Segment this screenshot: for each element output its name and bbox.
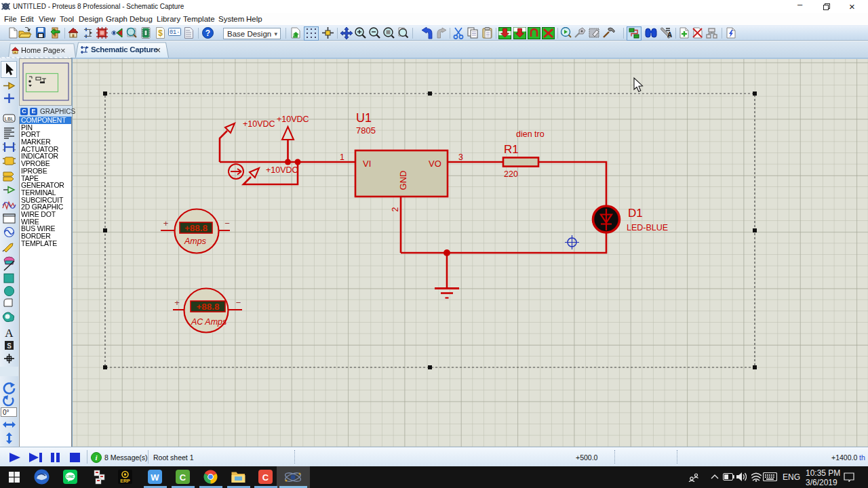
svg-text:U1: U1	[356, 111, 372, 125]
svg-text:S: S	[7, 342, 12, 350]
svg-text:+88.8: +88.8	[184, 223, 208, 233]
svg-text:LED-BLUE: LED-BLUE	[627, 223, 668, 232]
svg-text:?: ?	[205, 28, 210, 38]
svg-text:LBL: LBL	[5, 116, 14, 122]
svg-text:+10VDC: +10VDC	[266, 165, 298, 175]
svg-text:A: A	[5, 327, 14, 340]
svg-text:C: C	[262, 472, 269, 483]
svg-text:3: 3	[458, 152, 463, 162]
svg-text:+: +	[163, 218, 169, 228]
svg-text:01··: 01··	[170, 29, 181, 36]
svg-text:D1: D1	[628, 207, 643, 220]
svg-text:$: $	[158, 28, 163, 38]
svg-text:+88.8: +88.8	[196, 302, 220, 312]
svg-text:A: A	[667, 31, 672, 39]
svg-text:VI: VI	[363, 159, 371, 169]
svg-text:C: C	[180, 472, 186, 483]
svg-text:−: −	[224, 218, 230, 228]
svg-text:1: 1	[340, 152, 344, 162]
svg-text:ERP: ERP	[120, 479, 130, 483]
svg-text:+: +	[174, 298, 180, 308]
svg-text:+10VDC: +10VDC	[243, 119, 275, 129]
svg-text:GND: GND	[398, 171, 408, 190]
svg-text:Amps: Amps	[184, 237, 206, 246]
svg-text:2: 2	[391, 207, 400, 211]
svg-text:dien tro: dien tro	[516, 129, 545, 139]
svg-text:W: W	[151, 472, 159, 483]
svg-text:LINE: LINE	[66, 474, 75, 479]
svg-text:+10VDC: +10VDC	[277, 115, 309, 124]
svg-text:−: −	[236, 298, 241, 308]
svg-text:7805: 7805	[356, 125, 376, 136]
svg-text:R1: R1	[504, 143, 519, 156]
svg-text:220: 220	[504, 169, 518, 179]
svg-text:AC Amps: AC Amps	[191, 317, 226, 327]
svg-text:VO: VO	[429, 159, 441, 169]
